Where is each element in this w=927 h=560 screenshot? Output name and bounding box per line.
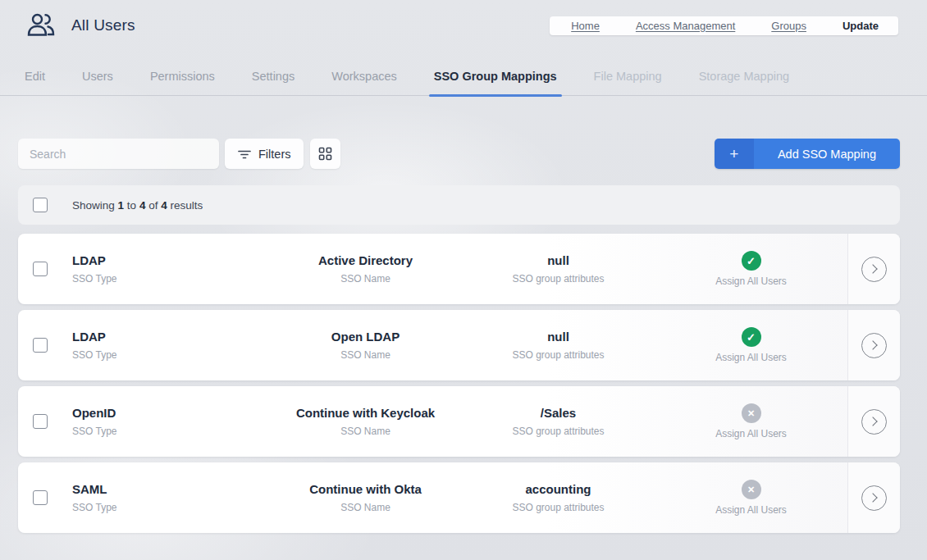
breadcrumb-access-management[interactable]: Access Management [636,20,735,32]
breadcrumb-update: Update [843,20,879,32]
filters-button[interactable]: Filters [225,139,304,169]
select-all-checkbox[interactable] [33,198,48,212]
users-icon [25,9,57,42]
breadcrumb: Home Access Management Groups Update [550,16,898,35]
tab-workspaces[interactable]: Workspaces [329,61,400,95]
row-expand-button[interactable] [861,333,887,358]
tab-sso-group-mappings[interactable]: SSO Group Mappings [432,61,559,95]
plus-icon: + [715,139,754,169]
sso-type-label: SSO Type [72,502,116,513]
add-sso-mapping-button[interactable]: + Add SSO Mapping [715,139,900,169]
sso-name-label: SSO Name [340,502,390,513]
sso-type-value: LDAP [72,253,106,267]
tab-bar: Edit Users Permissions Settings Workspac… [0,61,927,96]
assign-all-users-status-icon: ✓ [742,251,761,271]
results-count-text: Showing 1 to 4 of 4 results [72,199,203,212]
sso-mapping-row: OpenIDSSO Type Continue with KeycloakSSO… [18,386,900,457]
row-checkbox[interactable] [33,414,48,429]
breadcrumb-home[interactable]: Home [571,20,600,32]
sso-attributes-label: SSO group attributes [512,273,604,285]
tab-users[interactable]: Users [80,61,116,95]
assign-all-users-label: Assign All Users [715,428,787,439]
grid-view-button[interactable] [310,139,340,169]
sso-mapping-row: SAMLSSO Type Continue with OktaSSO Name … [18,462,900,533]
sso-name-value: Continue with Keycloak [296,406,435,420]
row-actions-cell [847,386,900,457]
chevron-right-icon [868,340,877,349]
filters-button-label: Filters [258,148,290,161]
sso-attributes-value: /Sales [541,406,576,420]
assign-all-users-status-icon: ✓ [742,327,761,347]
tab-file-mapping[interactable]: File Mapping [591,61,664,95]
page-header: All Users Home Access Management Groups … [0,0,927,51]
assign-all-users-label: Assign All Users [715,504,787,516]
breadcrumb-groups[interactable]: Groups [771,20,806,32]
sso-type-value: SAML [72,482,107,496]
sso-type-label: SSO Type [72,349,116,361]
filter-lines-icon [238,148,251,160]
sso-name-label: SSO Name [340,349,390,361]
row-expand-button[interactable] [861,485,887,511]
page-title: All Users [71,16,135,34]
row-actions-cell [847,462,900,533]
chevron-right-icon [868,493,877,502]
sso-attributes-value: accounting [525,482,591,496]
chevron-right-icon [868,417,877,426]
tab-permissions[interactable]: Permissions [148,61,217,95]
row-expand-button[interactable] [861,409,887,435]
sso-mapping-row: LDAPSSO Type Active DirectorySSO Name nu… [18,234,900,304]
sso-name-value: Continue with Okta [309,482,422,496]
row-expand-button[interactable] [861,257,887,282]
add-sso-mapping-label: Add SSO Mapping [754,139,900,169]
sso-type-label: SSO Type [72,426,116,437]
sso-attributes-label: SSO group attributes [512,426,604,437]
sso-name-value: Active Directory [318,253,413,267]
row-checkbox[interactable] [33,262,48,276]
tab-storage-mapping[interactable]: Storage Mapping [696,61,792,95]
sso-mapping-row: LDAPSSO Type Open LDAPSSO Name nullSSO g… [18,310,900,380]
row-actions-cell [847,310,900,380]
tab-edit[interactable]: Edit [22,61,48,95]
row-checkbox[interactable] [33,338,48,353]
sso-type-value: OpenID [72,406,116,420]
assign-all-users-status-icon: ✕ [742,403,761,423]
assign-all-users-status-icon: ✕ [742,480,761,499]
sso-type-value: LDAP [72,330,106,344]
toolbar: Filters + Add SSO Mapping [18,139,900,169]
tab-settings[interactable]: Settings [249,61,297,95]
search-input[interactable] [18,139,219,169]
sso-name-value: Open LDAP [331,330,400,344]
chevron-right-icon [868,264,877,273]
grid-icon [318,147,332,161]
row-actions-cell [847,234,900,304]
row-checkbox[interactable] [33,490,48,505]
sso-mapping-list: LDAPSSO Type Active DirectorySSO Name nu… [18,234,900,533]
sso-name-label: SSO Name [340,426,390,437]
sso-attributes-label: SSO group attributes [512,349,604,361]
sso-attributes-value: null [547,330,569,344]
assign-all-users-label: Assign All Users [715,275,787,287]
results-bar: Showing 1 to 4 of 4 results [18,185,900,225]
sso-attributes-value: null [547,253,569,267]
sso-name-label: SSO Name [340,273,390,285]
sso-type-label: SSO Type [72,273,116,285]
sso-attributes-label: SSO group attributes [512,502,604,513]
assign-all-users-label: Assign All Users [715,352,787,363]
